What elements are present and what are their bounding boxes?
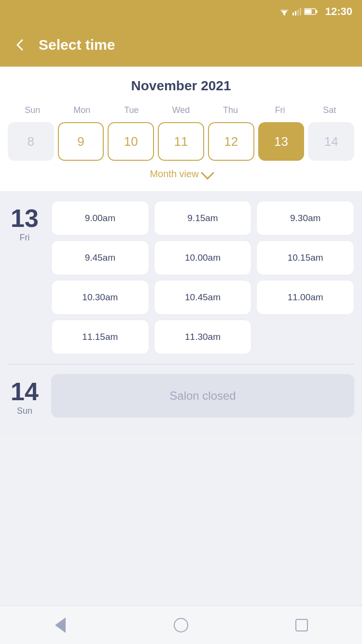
time-slot-1030am[interactable]: 10.30am [51, 280, 149, 315]
weekday-thu: Thu [206, 103, 255, 117]
day-14-closed-block: Salon closed [51, 374, 354, 418]
time-slot-900am[interactable]: 9.00am [51, 201, 149, 236]
weekday-sat: Sat [305, 103, 354, 117]
time-slot-1100am[interactable]: 11.00am [256, 280, 354, 315]
page-title: Select time [39, 37, 115, 53]
weekday-tue: Tue [107, 103, 156, 117]
month-view-label: Month view [150, 168, 198, 180]
date-14: 14 [308, 122, 354, 161]
salon-closed-label: Salon closed [51, 374, 354, 418]
nav-back-button[interactable] [52, 616, 69, 634]
home-nav-icon [174, 618, 188, 632]
day-14-label: 14 Sun [8, 374, 42, 416]
svg-rect-6 [300, 8, 301, 15]
svg-rect-8 [316, 10, 317, 13]
day-13-name: Fri [8, 233, 42, 243]
chevron-down-icon [200, 166, 214, 179]
wifi-icon [279, 8, 290, 15]
time-slot-930am[interactable]: 9.30am [256, 201, 354, 236]
svg-rect-9 [305, 10, 311, 14]
day-13-time-grid: 9.00am 9.15am 9.30am 9.45am 10.00am 10.1… [51, 201, 354, 354]
nav-recents-button[interactable] [293, 616, 310, 634]
time-section: 13 Fri 9.00am 9.15am 9.30am 9.45am 10.00… [0, 191, 362, 435]
time-slot-1045am[interactable]: 10.45am [154, 280, 252, 315]
svg-rect-3 [292, 13, 294, 15]
battery-icon [304, 8, 318, 15]
month-year-label: November 2021 [8, 78, 354, 94]
status-icons [279, 8, 318, 15]
weekday-sun: Sun [8, 103, 57, 117]
time-slot-1130am[interactable]: 11.30am [154, 320, 252, 354]
month-view-toggle[interactable]: Month view [8, 161, 354, 183]
weekday-fri: Fri [255, 103, 305, 117]
day-14-number: 14 [8, 379, 42, 404]
date-12[interactable]: 12 [208, 122, 254, 161]
back-button[interactable] [14, 38, 27, 52]
signal-icon [292, 8, 301, 15]
time-slot-1015am[interactable]: 10.15am [256, 240, 354, 275]
time-slot-915am[interactable]: 9.15am [154, 201, 252, 236]
day-14-block: 14 Sun Salon closed [8, 374, 354, 418]
date-9[interactable]: 9 [58, 122, 104, 161]
day-13-label: 13 Fri [8, 201, 42, 243]
weekday-mon: Mon [57, 103, 107, 117]
bottom-nav [0, 605, 362, 644]
time-slot-945am[interactable]: 9.45am [51, 240, 149, 275]
status-time: 12:30 [325, 5, 352, 18]
section-divider [8, 364, 354, 364]
svg-point-2 [283, 14, 285, 15]
day-13-block: 13 Fri 9.00am 9.15am 9.30am 9.45am 10.00… [8, 201, 354, 354]
bottom-spacer [0, 435, 362, 474]
day-13-number: 13 [8, 206, 42, 231]
weekday-wed: Wed [156, 103, 206, 117]
svg-rect-4 [295, 11, 296, 15]
app-header: Select time [0, 23, 362, 67]
nav-home-button[interactable] [172, 616, 190, 634]
date-10[interactable]: 10 [108, 122, 154, 161]
weekday-row: Sun Mon Tue Wed Thu Fri Sat [8, 103, 354, 117]
dates-row: 8 9 10 11 12 13 14 [8, 122, 354, 161]
back-nav-icon [55, 617, 66, 633]
date-8: 8 [8, 122, 54, 161]
day-14-name: Sun [8, 406, 42, 416]
calendar-section: November 2021 Sun Mon Tue Wed Thu Fri Sa… [0, 67, 362, 191]
status-bar: 12:30 [0, 0, 362, 23]
time-slot-1000am[interactable]: 10.00am [154, 240, 252, 275]
date-13[interactable]: 13 [258, 122, 305, 161]
date-11[interactable]: 11 [158, 122, 204, 161]
time-slot-1115am[interactable]: 11.15am [51, 320, 149, 354]
recents-nav-icon [295, 619, 308, 631]
svg-rect-5 [297, 10, 299, 15]
